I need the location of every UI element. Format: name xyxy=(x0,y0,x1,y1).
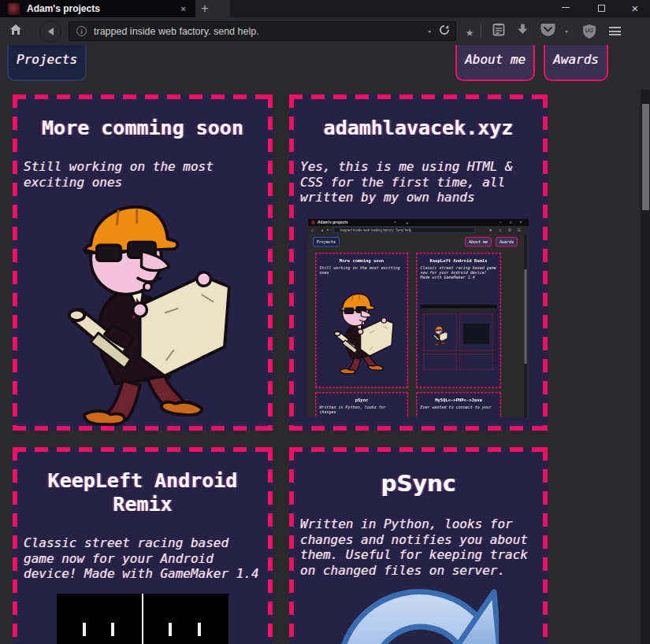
library-icon[interactable] xyxy=(492,23,505,39)
engineer-cartoon-image xyxy=(50,196,236,427)
urlbar-dropdown-icon[interactable]: ▾ xyxy=(428,28,432,35)
nav-about-button[interactable]: About me xyxy=(455,45,535,81)
pocket-icon[interactable] xyxy=(540,23,555,40)
site-nav: Projects About me Awards xyxy=(0,45,641,81)
window-maximize-button[interactable] xyxy=(589,0,613,17)
card-body: Classic street racing based game now for… xyxy=(24,535,262,582)
scrollbar-thumb[interactable] xyxy=(642,104,649,210)
mini-navbar: ⌂ ◀ ▶ trapped inside web making factory.… xyxy=(308,226,529,235)
adblock-shield-icon[interactable]: UO xyxy=(581,24,597,39)
mini-card-psync: pSync Written in Python, looks for chang… xyxy=(315,392,408,417)
favicon xyxy=(8,3,20,15)
browser-navbar: i trapped inside web factory. send help.… xyxy=(0,17,650,45)
card-title: More comming soon xyxy=(24,117,262,140)
toolbar-separator xyxy=(481,24,481,38)
mini-card-keepleft: KeepLeft Android Remix Classic street ra… xyxy=(416,253,501,388)
overflow-caret-icon[interactable]: ▾ xyxy=(564,28,568,35)
page-info-icon[interactable]: i xyxy=(76,26,87,36)
card-title: KeepLeft Android Remix xyxy=(24,469,262,516)
mini-awards-button: Awards xyxy=(496,237,518,247)
tab-close-icon[interactable]: × xyxy=(181,4,186,13)
card-body: Written in Python, looks for changes and… xyxy=(300,516,537,578)
mini-card-more-coming-soon: More comming soon Still working on the m… xyxy=(315,253,408,388)
card-title: adamhlavacek.xyz xyxy=(300,117,537,140)
sync-icon-image xyxy=(338,579,499,644)
card-body: Still working on the most exciting ones xyxy=(24,159,262,190)
home-icon[interactable] xyxy=(7,24,24,39)
page-scrollbar[interactable] xyxy=(641,90,650,644)
project-cards-grid: More comming soon Still working on the m… xyxy=(13,94,641,644)
url-text[interactable]: trapped inside web factory. send help. xyxy=(94,26,428,37)
card-title: pSync xyxy=(300,471,537,498)
mini-card-mysql-php-java: MySQL<->PHP<->Java Ever wanted to connec… xyxy=(416,392,501,417)
card-adamhlavacek-xyz: adamhlavacek.xyz Yes, this is me using H… xyxy=(289,94,548,431)
window-minimize-button[interactable] xyxy=(554,0,578,17)
mini-scrollbar xyxy=(524,235,527,417)
window-close-button[interactable]: × xyxy=(623,0,647,17)
browser-tab[interactable]: Adam's projects × xyxy=(0,0,195,17)
nav-awards-button[interactable]: Awards xyxy=(544,45,608,81)
new-tab-button[interactable]: + xyxy=(201,0,209,17)
game-screenshot-image xyxy=(57,594,228,644)
download-icon[interactable] xyxy=(516,23,529,39)
bookmark-star-icon[interactable]: ★ xyxy=(466,24,474,39)
page-viewport: Projects About me Awards More comming so… xyxy=(0,45,650,644)
card-keepleft: KeepLeft Android Remix Classic street ra… xyxy=(13,447,273,644)
card-body: Yes, this is me using HTML & CSS for the… xyxy=(300,159,537,205)
menu-icon[interactable] xyxy=(609,27,621,35)
url-bar[interactable]: i trapped inside web factory. send help.… xyxy=(69,21,456,41)
reload-icon[interactable] xyxy=(439,24,450,38)
nav-projects-button[interactable]: Projects xyxy=(7,45,87,81)
card-psync: pSync Written in Python, looks for chang… xyxy=(289,447,548,644)
card-more-coming-soon: More comming soon Still working on the m… xyxy=(13,94,273,431)
browser-titlebar: Adam's projects × + × xyxy=(0,0,650,17)
mini-projects-button: Projects xyxy=(313,237,340,247)
site-screenshot-image: Adam's projects × + – □ × ⌂ ◀ ▶ trapped … xyxy=(308,219,529,417)
mini-about-button: About me xyxy=(465,237,492,247)
tab-title: Adam's projects xyxy=(27,3,181,14)
back-button[interactable] xyxy=(39,20,61,43)
mini-titlebar: Adam's projects × + – □ × xyxy=(308,219,529,226)
